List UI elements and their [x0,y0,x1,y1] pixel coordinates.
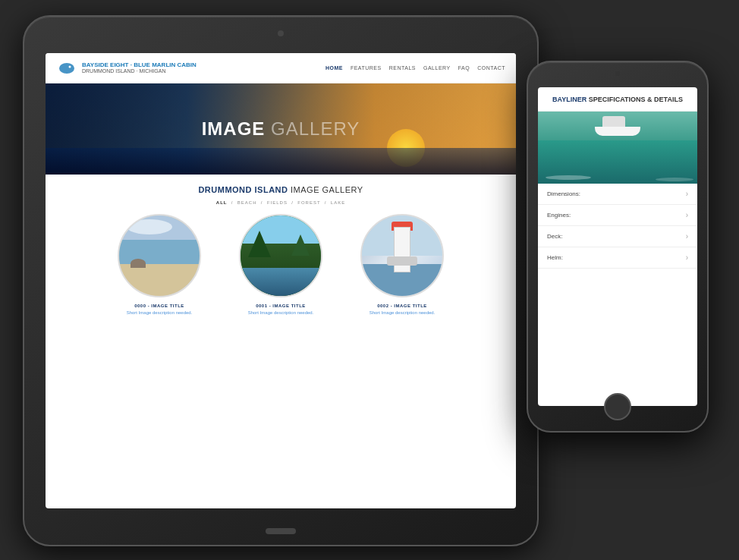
gallery-item-0-desc: Short Image description needed. [106,310,212,315]
spec-label-helm: Helm: [547,254,563,261]
spec-chevron-dimensions: › [686,190,688,198]
tablet-device: BAYSIDE EIGHT · BLUE MARLIN CABIN DRUMMO… [23,15,539,546]
filter-forest[interactable]: FOREST [297,200,320,205]
gallery-title-bold: DRUMMOND ISLAND [198,185,288,194]
filter-beach[interactable]: BEACH [237,200,257,205]
scene: BAYSIDE EIGHT · BLUE MARLIN CABIN DRUMMO… [0,0,739,560]
phone-title-bar: BAYLINER SPECIFICATIONS & DETAILS [538,87,697,112]
logo-text: BAYSIDE EIGHT · BLUE MARLIN CABIN DRUMMO… [82,61,197,75]
gallery-item-2-desc: Short Image description needed. [349,310,455,315]
phone-specs-list: Dimensions: › Engines: › Deck: › Helm: › [538,184,697,269]
hero-title-light: GALLERY [265,118,360,139]
phone-screen: BAYLINER SPECIFICATIONS & DETAILS Di [538,87,697,406]
nav-features[interactable]: FEATURES [351,65,382,71]
spec-label-dimensions: Dimensions: [547,190,580,197]
spec-row-deck[interactable]: Deck: › [538,226,697,247]
phone-camera [615,71,620,76]
nav-rentals[interactable]: RENTALS [389,65,416,71]
hero-section: IMAGE GALLERY [46,83,516,175]
logo-subtitle: DRUMMOND ISLAND · MICHIGAN [82,68,197,74]
spec-chevron-helm: › [686,253,688,262]
filter-fields[interactable]: FIELDS [267,200,288,205]
gallery-item-2-label: 0002 - IMAGE TITLE [349,304,455,308]
spec-label-engines: Engines: [547,212,571,219]
spec-label-deck: Deck: [547,233,562,240]
phone-device: BAYLINER SPECIFICATIONS & DETAILS Di [527,61,709,433]
site-nav: HOME FEATURES RENTALS GALLERY FAQ CONTAC… [325,65,505,71]
tablet-screen: BAYSIDE EIGHT · BLUE MARLIN CABIN DRUMMO… [46,53,516,508]
nav-gallery[interactable]: GALLERY [423,65,451,71]
filter-all[interactable]: ALL [216,200,228,205]
gallery-item-2[interactable]: 0002 - IMAGE TITLE Short Image descripti… [349,214,455,315]
tablet-camera [278,30,284,36]
spec-row-helm[interactable]: Helm: › [538,247,697,269]
phone-website: BAYLINER SPECIFICATIONS & DETAILS Di [538,87,697,406]
logo-fish-icon [56,58,77,79]
filter-lake[interactable]: LAKE [331,200,345,205]
svg-point-0 [59,63,74,74]
hero-title-bold: IMAGE [202,118,266,139]
gallery-grid: 0000 - IMAGE TITLE Short Image descripti… [56,214,505,315]
tablet-home-button[interactable] [266,528,296,534]
spec-row-engines[interactable]: Engines: › [538,205,697,226]
nav-faq[interactable]: FAQ [458,65,470,71]
gallery-item-1-desc: Short Image description needed. [228,310,334,315]
site-logo: BAYSIDE EIGHT · BLUE MARLIN CABIN DRUMMO… [56,58,197,79]
spec-chevron-engines: › [686,211,688,219]
site-header: BAYSIDE EIGHT · BLUE MARLIN CABIN DRUMMO… [46,53,516,83]
hero-water [46,148,516,175]
spec-row-dimensions[interactable]: Dimensions: › [538,184,697,205]
gallery-item-0[interactable]: 0000 - IMAGE TITLE Short Image descripti… [106,214,212,315]
gallery-item-0-label: 0000 - IMAGE TITLE [106,304,212,308]
nav-contact[interactable]: CONTACT [477,65,505,71]
boat-shape [595,127,640,136]
gallery-image-2 [360,214,444,297]
gallery-filters: ALL / BEACH / FIELDS / FOREST / LAKE [56,200,505,205]
gallery-section: DRUMMOND ISLAND IMAGE GALLERY ALL / BEAC… [46,175,516,326]
logo-title: BAYSIDE EIGHT · BLUE MARLIN CABIN [82,61,197,69]
phone-title-bold: BAYLINER [552,96,586,103]
nav-home[interactable]: HOME [325,65,343,71]
gallery-item-1-label: 0001 - IMAGE TITLE [228,304,334,308]
gallery-image-0 [118,214,201,297]
gallery-section-title: DRUMMOND ISLAND IMAGE GALLERY [56,185,505,194]
gallery-item-1[interactable]: 0001 - IMAGE TITLE Short Image descripti… [228,214,334,315]
spec-chevron-deck: › [686,232,688,241]
svg-point-1 [69,65,71,68]
gallery-image-1 [239,214,322,297]
tablet-website: BAYSIDE EIGHT · BLUE MARLIN CABIN DRUMMO… [46,53,516,508]
hero-title: IMAGE GALLERY [202,118,360,140]
phone-boat-image [538,112,697,184]
phone-home-button[interactable] [604,393,631,420]
gallery-title-light: IMAGE GALLERY [288,185,363,194]
phone-title-rest: SPECIFICATIONS & DETAILS [586,96,683,103]
